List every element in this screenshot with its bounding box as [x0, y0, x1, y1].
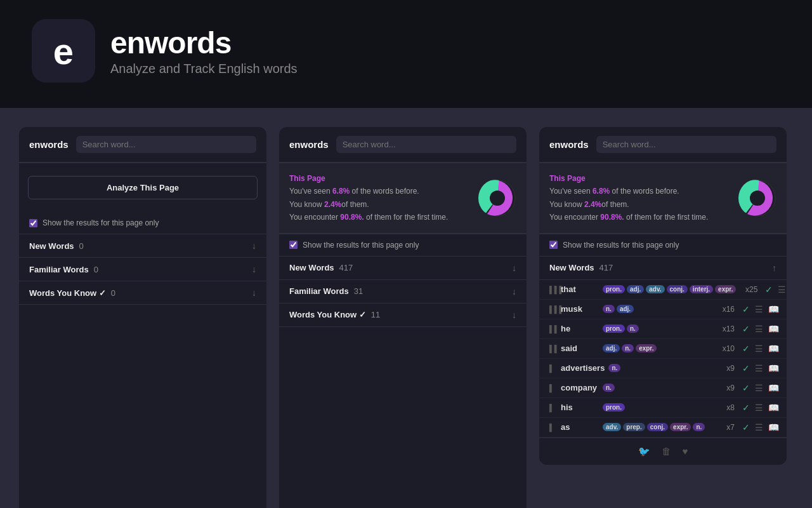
page-only-checkbox-3[interactable]: [549, 241, 558, 249]
panel-1-logo: enwords: [29, 139, 69, 150]
checkbox-label-1: Show the results for this page only: [43, 218, 159, 227]
familiar-words-left-1: Familiar Words 0: [29, 265, 98, 274]
new-words-arrow-1: ↓: [252, 241, 256, 251]
words-know-arrow-2: ↓: [512, 310, 516, 320]
panel-3-search[interactable]: [596, 136, 776, 153]
this-page-label-3: This Page: [549, 174, 586, 183]
panel-2-logo: enwords: [289, 139, 329, 150]
list-icon-his[interactable]: ☰: [755, 403, 763, 413]
tag-n-company: n.: [603, 384, 615, 392]
panel-1-search[interactable]: [76, 136, 256, 153]
word-actions-company: ✓ ☰ 📖: [742, 383, 779, 393]
words-know-count-1: 0: [111, 288, 115, 298]
svg-point-3: [750, 190, 765, 206]
list-icon-that[interactable]: ☰: [778, 284, 786, 295]
words-know-section-2[interactable]: Words You Know ✓ 11 ↓: [279, 304, 527, 327]
familiar-words-label-1: Familiar Words: [29, 265, 89, 274]
list-icon-company[interactable]: ☰: [755, 383, 763, 393]
panel-2-search[interactable]: [336, 136, 516, 153]
tag-n-he: n.: [627, 324, 639, 333]
panel-3-header: enwords: [539, 127, 787, 163]
list-icon-musk[interactable]: ☰: [755, 304, 763, 314]
list-icon-said[interactable]: ☰: [755, 344, 763, 354]
heart-icon-3[interactable]: ♥: [683, 446, 688, 457]
book-icon-said[interactable]: 📖: [768, 344, 779, 354]
word-count-as: x7: [717, 423, 735, 432]
new-words-section-3[interactable]: New Words 417 ↑: [539, 257, 787, 280]
page-only-checkbox-2[interactable]: [289, 241, 298, 249]
stats-line2-2: You know 2.4%of them.: [289, 198, 448, 211]
check-icon-said[interactable]: ✓: [742, 344, 750, 354]
words-know-section-1[interactable]: Words You Know ✓ 0 ↓: [19, 281, 266, 305]
panel-2-checkbox-row: Show the results for this page only: [279, 234, 527, 257]
word-actions-musk: ✓ ☰ 📖: [742, 304, 779, 314]
list-icon-he[interactable]: ☰: [755, 324, 763, 334]
panel-3: enwords This Page You've seen 6.8% of th…: [539, 127, 787, 465]
tag-adv-that: adv.: [646, 285, 664, 293]
words-know-arrow-1: ↓: [252, 288, 256, 298]
new-words-arrow-2: ↓: [512, 263, 516, 273]
tags-musk: n. adj.: [603, 305, 634, 313]
new-words-arrow-3: ↑: [772, 263, 776, 273]
familiar-words-label-2: Familiar Words: [289, 286, 349, 296]
twitter-icon-3[interactable]: 🐦: [638, 446, 650, 457]
stats-label-2: This Page: [289, 172, 448, 185]
tag-prep-as: prep.: [623, 423, 645, 431]
trash-icon-3[interactable]: 🗑: [662, 446, 671, 457]
check-icon-his[interactable]: ✓: [742, 403, 750, 413]
new-words-section-1[interactable]: New Words 0 ↓: [19, 234, 266, 258]
hero-text: enwords Analyze and Track English words: [110, 25, 298, 76]
familiar-words-arrow-2: ↓: [512, 286, 516, 297]
list-icon-as[interactable]: ☰: [755, 422, 763, 432]
panel-2-stats: This Page You've seen 6.8% of the words …: [279, 163, 527, 234]
tag-n-as: n.: [693, 423, 705, 431]
word-row-as: ▐ as adv. prep. conj. expr. n. x7 ✓ ☰ 📖: [539, 418, 787, 438]
tag-expr-said: expr.: [636, 344, 657, 352]
tags-as: adv. prep. conj. expr. n.: [603, 423, 705, 431]
new-words-label-1: New Words: [29, 241, 74, 251]
checkbox-label-3: Show the results for this page only: [563, 241, 679, 250]
check-icon-company[interactable]: ✓: [742, 383, 750, 393]
analyze-button[interactable]: Analyze This Page: [28, 176, 258, 199]
tag-adj-that: adj.: [627, 285, 644, 293]
new-words-count-1: 0: [79, 241, 84, 251]
tags-said: adj. n. expr.: [603, 344, 657, 352]
logo-letter: e: [53, 30, 74, 72]
word-count-advertisers: x9: [717, 364, 735, 373]
book-icon-company[interactable]: 📖: [768, 383, 779, 393]
check-icon-as[interactable]: ✓: [742, 422, 750, 432]
pie-chart-3: [738, 179, 776, 217]
word-name-said: said: [561, 344, 599, 353]
word-name-advertisers: advertisers: [561, 363, 605, 373]
check-icon-he[interactable]: ✓: [742, 324, 750, 334]
check-icon-that[interactable]: ✓: [765, 284, 773, 295]
book-icon-musk[interactable]: 📖: [768, 304, 779, 314]
bar-icon-his: ▐: [547, 404, 557, 411]
stats-line3-2: You encounter 90.8%. of them for the fir…: [289, 211, 448, 224]
familiar-words-section-2[interactable]: Familiar Words 31 ↓: [279, 280, 527, 304]
pie-chart-2: [478, 179, 516, 217]
book-icon-advertisers[interactable]: 📖: [768, 363, 779, 373]
bar-icon-advertisers: ▐: [547, 364, 557, 372]
familiar-words-section-1[interactable]: Familiar Words 0 ↓: [19, 258, 266, 281]
this-page-label-2: This Page: [289, 174, 325, 183]
word-actions-said: ✓ ☰ 📖: [742, 344, 779, 354]
tag-expr-as: expr.: [670, 423, 691, 431]
word-name-as: as: [561, 422, 599, 432]
new-words-count-2: 417: [339, 263, 353, 272]
check-icon-advertisers[interactable]: ✓: [742, 363, 750, 373]
check-icon-musk[interactable]: ✓: [742, 304, 750, 314]
list-icon-advertisers[interactable]: ☰: [755, 363, 763, 373]
tag-n-musk: n.: [603, 305, 615, 313]
panel-3-footer: 🐦 🗑 ♥: [539, 438, 787, 465]
panel-1: enwords Analyze This Page Show the resul…: [19, 127, 266, 508]
word-name-that: that: [561, 284, 599, 294]
book-icon-he[interactable]: 📖: [768, 324, 779, 334]
bar-icon-as: ▐: [547, 424, 557, 431]
book-icon-his[interactable]: 📖: [768, 403, 779, 413]
new-words-label-2: New Words: [289, 263, 334, 272]
book-icon-as[interactable]: 📖: [768, 422, 779, 432]
tags-advertisers: n.: [608, 364, 620, 372]
new-words-section-2[interactable]: New Words 417 ↓: [279, 257, 527, 280]
page-only-checkbox-1[interactable]: [29, 219, 37, 227]
